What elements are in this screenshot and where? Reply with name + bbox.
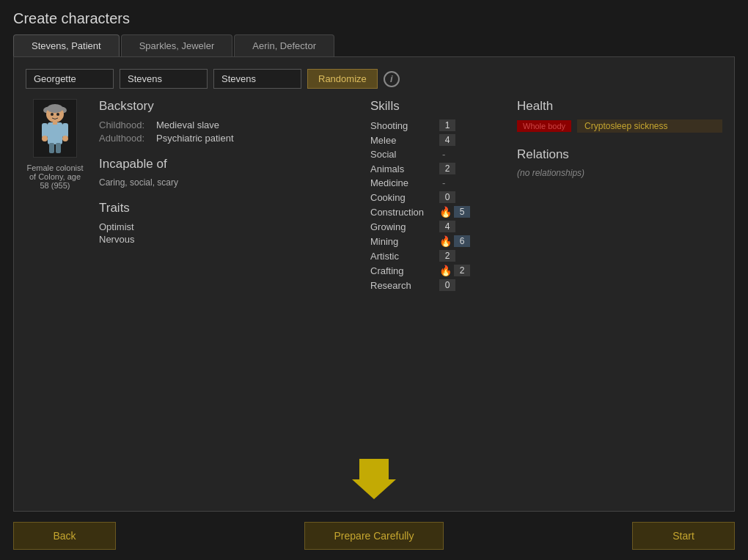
childhood-value: Medieval slave — [156, 119, 219, 130]
prepare-carefully-button[interactable]: Prepare Carefully — [304, 522, 444, 550]
svg-point-10 — [42, 136, 48, 141]
svg-point-11 — [62, 136, 68, 141]
start-button[interactable]: Start — [632, 522, 735, 550]
incapable-title: Incapable of — [99, 157, 356, 172]
info-icon[interactable]: i — [384, 71, 400, 87]
skill-value: 2 — [439, 163, 455, 174]
skill-name: Research — [370, 280, 436, 291]
health-bar-row: Whole body Cryptosleep sickness — [517, 119, 722, 133]
skill-value: 2 — [454, 265, 470, 276]
tab-bar: Stevens, Patient Sparkles, Jeweler Aerin… — [0, 34, 748, 56]
skill-name: Growing — [370, 221, 436, 232]
down-arrow-icon — [352, 459, 396, 499]
skill-passion-icon: 🔥 — [439, 265, 451, 276]
skill-row: Growing4 — [370, 221, 502, 232]
tab-stevens-patient[interactable]: Stevens, Patient — [13, 34, 120, 56]
svg-rect-12 — [49, 143, 54, 153]
incapable-text: Caring, social, scary — [99, 177, 356, 188]
skill-row: Cooking0 — [370, 191, 502, 203]
backstory-title: Backstory — [99, 99, 356, 114]
skill-value: - — [439, 149, 445, 160]
health-relations-column: Health Whole body Cryptosleep sickness R… — [517, 99, 722, 455]
backstory-adulthood: Adulthood: Psychiatric patient — [99, 133, 356, 144]
middle-name-input[interactable] — [120, 69, 208, 89]
skill-name: Construction — [370, 207, 436, 218]
skills-column: Skills Shooting1Melee4Social-Animals2Med… — [370, 99, 502, 455]
skill-row: Melee4 — [370, 134, 502, 146]
main-panel: Randomize i — [13, 56, 735, 512]
skill-name: Crafting — [370, 265, 436, 276]
health-condition: Cryptosleep sickness — [577, 119, 722, 133]
relations-section: Relations (no relationships) — [517, 147, 722, 178]
skill-name: Shooting — [370, 120, 436, 131]
adulthood-value: Psychiatric patient — [156, 133, 234, 144]
skill-row: Social- — [370, 149, 502, 160]
arrow-container — [26, 455, 722, 499]
skill-name: Cooking — [370, 192, 436, 203]
page-title: Create characters — [0, 0, 748, 34]
skill-row: Animals2 — [370, 163, 502, 174]
traits-section: Traits Optimist Nervous — [99, 201, 356, 245]
skill-row: Medicine- — [370, 177, 502, 188]
first-name-input[interactable] — [26, 69, 114, 89]
skill-row: Construction🔥5 — [370, 206, 502, 218]
health-bar-label: Whole body — [517, 120, 571, 132]
last-name-input[interactable] — [213, 69, 301, 89]
back-button[interactable]: Back — [13, 522, 116, 550]
avatar — [33, 99, 77, 158]
backstory-section: Backstory Childhood: Medieval slave Adul… — [99, 99, 356, 144]
tab-sparkles-jeweler[interactable]: Sparkles, Jeweler — [121, 34, 233, 56]
skill-row: Crafting🔥2 — [370, 265, 502, 276]
svg-point-3 — [47, 104, 63, 113]
skill-row: Shooting1 — [370, 119, 502, 131]
svg-rect-13 — [56, 143, 61, 153]
svg-point-5 — [56, 113, 59, 116]
skill-row: Research0 — [370, 279, 502, 291]
relations-title: Relations — [517, 147, 722, 162]
tab-aerin-defector[interactable]: Aerin, Defector — [234, 34, 334, 56]
skill-row: Artistic2 — [370, 250, 502, 262]
relations-empty: (no relationships) — [517, 168, 722, 178]
svg-rect-7 — [53, 121, 57, 125]
character-desc: Female colonist of Colony, age 58 (955) — [26, 163, 84, 190]
randomize-button[interactable]: Randomize — [307, 69, 378, 89]
svg-point-4 — [51, 113, 54, 116]
trait-item: Optimist — [99, 221, 356, 232]
skill-value: 6 — [454, 235, 470, 247]
skill-value: - — [439, 177, 445, 188]
skills-list: Shooting1Melee4Social-Animals2Medicine-C… — [370, 119, 502, 291]
svg-marker-14 — [352, 459, 396, 499]
skill-name: Animals — [370, 163, 436, 174]
traits-title: Traits — [99, 201, 356, 215]
health-section: Health Whole body Cryptosleep sickness — [517, 99, 722, 133]
skill-value: 5 — [454, 206, 470, 218]
incapable-section: Incapable of Caring, social, scary — [99, 157, 356, 188]
skill-value: 2 — [439, 250, 455, 262]
skill-passion-icon: 🔥 — [439, 235, 451, 247]
skill-value: 0 — [439, 279, 455, 291]
skill-value: 0 — [439, 191, 455, 203]
skill-name: Artistic — [370, 251, 436, 262]
skill-value: 4 — [439, 221, 455, 232]
skill-name: Mining — [370, 236, 436, 247]
bottom-bar: Back Prepare Carefully Start — [0, 512, 748, 560]
name-row: Randomize i — [26, 69, 722, 89]
skills-title: Skills — [370, 99, 502, 114]
adulthood-label: Adulthood: — [99, 133, 150, 144]
avatar-column: Female colonist of Colony, age 58 (955) — [26, 99, 84, 455]
skill-value: 4 — [439, 134, 455, 146]
childhood-label: Childhood: — [99, 119, 150, 130]
backstory-childhood: Childhood: Medieval slave — [99, 119, 356, 130]
svg-rect-6 — [48, 122, 62, 144]
skill-value: 1 — [439, 119, 455, 131]
skill-row: Mining🔥6 — [370, 235, 502, 247]
skill-name: Medicine — [370, 177, 436, 188]
trait-item: Nervous — [99, 234, 356, 245]
skill-name: Melee — [370, 135, 436, 146]
health-title: Health — [517, 99, 722, 114]
skill-passion-icon: 🔥 — [439, 206, 451, 218]
skill-name: Social — [370, 149, 436, 160]
character-area: Female colonist of Colony, age 58 (955) … — [26, 99, 722, 455]
desc-column: Backstory Childhood: Medieval slave Adul… — [99, 99, 356, 455]
